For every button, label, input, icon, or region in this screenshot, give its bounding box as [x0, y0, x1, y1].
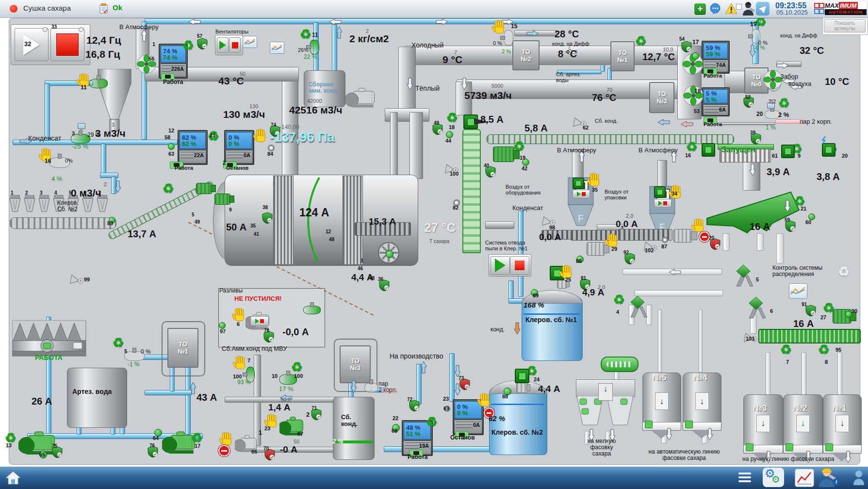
equipment-run-button[interactable]	[702, 143, 715, 157]
flow-arrow	[141, 29, 147, 42]
to-heat-exchanger[interactable]: ТО №3	[340, 345, 371, 383]
stop-button[interactable]	[50, 28, 84, 61]
manual-mode-hand-icon[interactable]	[477, 392, 492, 408]
trend-chart-icon[interactable]	[795, 469, 814, 487]
equipment-run-button[interactable]	[515, 369, 529, 383]
gray-indicator	[268, 145, 275, 151]
manual-mode-hand-icon[interactable]	[492, 19, 507, 35]
label: 68	[392, 428, 397, 434]
valve-actuator	[243, 373, 247, 376]
pipe	[699, 310, 703, 373]
label: -0,0 А	[282, 327, 309, 338]
label: 21	[801, 206, 806, 212]
label: Работа	[175, 165, 193, 171]
label: 58	[164, 135, 170, 141]
recycle-icon[interactable]: ♻	[818, 343, 833, 358]
manual-mode-hand-icon[interactable]	[253, 128, 268, 144]
vfd-display[interactable]: 62 %62 %22А	[178, 130, 208, 165]
equipment-run-button[interactable]	[781, 145, 795, 158]
equipment-run-button[interactable]	[822, 143, 835, 157]
label: 5,8 А	[524, 123, 548, 134]
pump[interactable]	[345, 87, 377, 109]
equipment-run-button[interactable]	[573, 178, 584, 189]
motor[interactable]	[673, 229, 692, 243]
recycle-icon[interactable]: ♻	[426, 416, 441, 430]
recycle-icon[interactable]: ♻	[838, 265, 852, 280]
label: -0 А	[280, 445, 297, 455]
label: 19	[520, 155, 525, 161]
valve[interactable]	[364, 383, 378, 392]
telegram-icon[interactable]	[756, 2, 770, 16]
label: 11	[312, 32, 318, 38]
window-title: Сушка сахара	[23, 4, 71, 12]
vfd-display[interactable]: 5 %5 %6А	[702, 87, 730, 116]
recycle-icon[interactable]: ♻	[778, 97, 793, 112]
recycle-icon[interactable]: ♻	[182, 39, 197, 54]
trend-icon[interactable]	[270, 42, 284, 54]
recycle-icon[interactable]: ♻	[513, 140, 528, 155]
flow-arrow	[776, 62, 789, 69]
mini-start-stop-panel[interactable]	[573, 190, 590, 198]
valve-actuator	[132, 348, 136, 353]
title-bar: Сушка сахара Ok + 09:23:55 05.10.2025 MA…	[0, 0, 868, 18]
motor[interactable]	[516, 382, 528, 393]
fans-stop-button[interactable]	[229, 37, 241, 53]
settings-gears-icon[interactable]: ⚙⚙	[763, 468, 784, 487]
motor[interactable]	[587, 242, 605, 255]
scada-screen: FF↓↓↓↓↓↓ТО №2ТО №1ТО №3ТО №0ТО №1ТО №374…	[0, 0, 868, 489]
diverter-valve[interactable]	[628, 296, 647, 318]
fan-icon[interactable]	[763, 70, 783, 89]
mini-start-stop-panel[interactable]	[250, 316, 269, 326]
diverter-valve[interactable]	[746, 297, 766, 319]
start-button[interactable]	[15, 28, 49, 61]
to-heat-exchanger[interactable]: ТО №1	[167, 328, 198, 368]
manual-mode-hand-icon[interactable]	[233, 355, 247, 371]
label: 2 %	[502, 49, 511, 55]
label: 21	[210, 133, 215, 139]
recycle-icon[interactable]: ♻	[780, 343, 795, 358]
manual-mode-hand-icon[interactable]	[587, 172, 602, 188]
maximum-automation-logo: MAX IMUM AUTOMATION	[825, 2, 867, 16]
valve-actuator	[58, 154, 62, 159]
chat-icon[interactable]	[709, 3, 722, 15]
green-screw-conveyor	[758, 329, 861, 343]
diverter-valve[interactable]	[734, 265, 753, 287]
label: 8	[825, 359, 828, 365]
motor[interactable]	[214, 194, 230, 205]
equipment-run-button[interactable]	[654, 186, 666, 198]
motor[interactable]	[196, 183, 212, 194]
tank-liquid-line	[491, 404, 544, 405]
label: Контроль системы распределения	[772, 265, 822, 277]
label: 6	[770, 309, 773, 314]
label: Работа	[704, 122, 722, 128]
label: 62 %	[489, 415, 505, 423]
show-articles-button[interactable]: Показать артикулы	[824, 19, 866, 33]
recycle-icon[interactable]: ♻	[613, 293, 628, 308]
trend-icon[interactable]	[789, 283, 807, 299]
menu-icon[interactable]	[738, 473, 751, 482]
flow-arrow	[115, 180, 121, 193]
home-icon[interactable]	[5, 471, 21, 485]
dust-stop-button[interactable]	[510, 256, 529, 275]
recycle-icon[interactable]: ♻	[635, 35, 650, 49]
to-heat-exchanger[interactable]: ТО №3	[649, 82, 674, 113]
to-heat-exchanger[interactable]: ТО №1	[610, 41, 635, 71]
valve-actuator	[500, 36, 505, 40]
label: 50 А	[226, 222, 246, 233]
engineer-icon[interactable]	[741, 1, 756, 16]
add-icon[interactable]: +	[694, 3, 706, 16]
service-engineer-icon[interactable]: i	[815, 467, 840, 488]
flow-arrow	[350, 380, 357, 393]
fans-start-button[interactable]	[217, 37, 229, 53]
valve[interactable]	[89, 79, 108, 88]
motor[interactable]	[493, 147, 514, 162]
label: 17 %	[279, 386, 294, 392]
dust-start-button[interactable]	[491, 256, 510, 275]
to-heat-exchanger[interactable]: ТО №2	[512, 40, 540, 70]
user-icon[interactable]	[852, 470, 865, 486]
label: 3,8 А	[817, 172, 840, 182]
recycle-icon[interactable]: ♻	[163, 182, 177, 197]
pump[interactable]	[18, 431, 57, 456]
vfd-display[interactable]: 0 %0 %0А	[224, 130, 254, 165]
trend-icon[interactable]	[243, 36, 257, 48]
